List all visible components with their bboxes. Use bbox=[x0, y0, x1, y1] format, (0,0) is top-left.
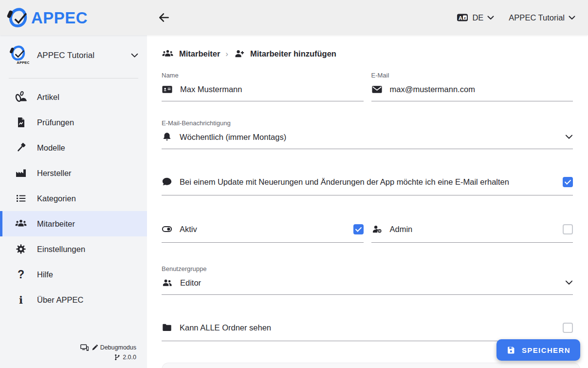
name-field[interactable]: Name Max Mustermann bbox=[162, 72, 364, 101]
update-optin-row[interactable]: Bei einem Update mit Neuerungen und Ände… bbox=[162, 175, 573, 195]
email-field[interactable]: E-Mail max@mustermann.com bbox=[371, 72, 573, 101]
email-label: E-Mail bbox=[371, 72, 573, 79]
user-group-select[interactable]: Benutzergruppe Editor bbox=[162, 265, 573, 295]
sidebar-item-hersteller[interactable]: Hersteller bbox=[0, 160, 147, 186]
email-value[interactable]: max@mustermann.com bbox=[390, 85, 475, 94]
brand-name: APPEC bbox=[31, 10, 88, 26]
notification-select[interactable]: E-Mail-Benachrichtigung Wöchentlich (imm… bbox=[162, 119, 573, 149]
sidebar-item-artikel[interactable]: Artikel bbox=[0, 84, 147, 110]
sidebar-item-label: Mitarbeiter bbox=[37, 219, 75, 229]
save-floppy-icon bbox=[506, 346, 515, 355]
breadcrumb-separator: › bbox=[225, 49, 228, 59]
topbar-actions: A z DE APPEC Tutorial bbox=[457, 12, 588, 23]
admin-row[interactable]: Admin bbox=[371, 223, 573, 243]
devices-icon bbox=[80, 344, 89, 351]
save-button[interactable]: SPEICHERN bbox=[496, 339, 580, 361]
all-folders-checkbox[interactable] bbox=[563, 323, 573, 333]
account-menu[interactable]: APPEC Tutorial bbox=[509, 13, 575, 22]
name-label: Name bbox=[162, 72, 364, 79]
factory-icon bbox=[15, 167, 27, 179]
chevron-down-icon bbox=[487, 16, 494, 20]
app-logo: APPEC bbox=[0, 6, 147, 29]
chevron-down-icon bbox=[569, 16, 575, 20]
inspection-file-icon bbox=[15, 116, 27, 128]
admin-label: Admin bbox=[390, 225, 413, 234]
sidebar-item-label: Modelle bbox=[37, 143, 65, 153]
hammer-icon bbox=[15, 142, 27, 154]
user-group-value: Editor bbox=[180, 278, 201, 288]
user-group-label: Benutzergruppe bbox=[162, 265, 573, 272]
sidebar-item-kategorien[interactable]: Kategorien bbox=[0, 186, 147, 211]
workspace-name: APPEC Tutorial bbox=[37, 51, 123, 60]
sidebar-item-label: Hilfe bbox=[37, 270, 53, 279]
chevron-down-icon[interactable] bbox=[565, 280, 573, 285]
admin-checkbox[interactable] bbox=[563, 224, 573, 234]
sidebar-item-modelle[interactable]: Modelle bbox=[0, 135, 147, 160]
aktiv-label: Aktiv bbox=[180, 225, 197, 234]
app-version: 2.0.0 bbox=[123, 353, 136, 362]
svg-text:A: A bbox=[459, 15, 462, 21]
chat-bubble-icon bbox=[162, 176, 172, 187]
sidebar-item-label: Kategorien bbox=[37, 194, 76, 203]
top-bar: APPEC A z DE APPEC Tutorial bbox=[0, 0, 588, 35]
question-mark-icon: ? bbox=[15, 269, 27, 280]
id-card-icon bbox=[162, 84, 173, 95]
back-button[interactable] bbox=[155, 8, 173, 27]
account-label: APPEC Tutorial bbox=[509, 13, 565, 22]
person-plus-icon bbox=[234, 48, 245, 59]
sidebar-item-hilfe[interactable]: ? Hilfe bbox=[0, 262, 147, 287]
info-icon: i bbox=[15, 295, 27, 305]
sidebar-item-mitarbeiter[interactable]: Mitarbeiter bbox=[0, 211, 147, 236]
aktiv-admin-row: Aktiv Admin bbox=[162, 223, 573, 243]
sidebar-divider bbox=[9, 78, 138, 78]
sidebar-item-einstellungen[interactable]: Einstellungen bbox=[0, 236, 147, 262]
climbing-equipment-icon bbox=[15, 91, 27, 104]
pencil-icon bbox=[92, 345, 98, 351]
translate-icon: A z bbox=[457, 12, 468, 23]
svg-text:APPEC: APPEC bbox=[17, 60, 29, 65]
bell-icon bbox=[162, 132, 172, 142]
sidebar-footer: Debugmodus 2.0.0 bbox=[80, 343, 136, 362]
appec-logo-icon bbox=[7, 6, 29, 29]
people-icon bbox=[15, 217, 27, 230]
svg-text:z: z bbox=[464, 16, 466, 20]
language-label: DE bbox=[472, 13, 483, 22]
sidebar-item-ueber-appec[interactable]: i Über APPEC bbox=[0, 287, 147, 312]
workspace-switcher[interactable]: APPEC APPEC Tutorial bbox=[0, 35, 147, 66]
update-optin-checkbox[interactable] bbox=[563, 177, 573, 187]
breadcrumb-current: Mitarbeiter hinzufügen bbox=[250, 49, 336, 58]
list-icon bbox=[15, 193, 27, 204]
main-content: Mitarbeiter › Mitarbeiter hinzufügen Nam… bbox=[147, 35, 588, 368]
sidebar: APPEC APPEC Tutorial Artikel bbox=[0, 35, 147, 368]
sidebar-item-label: Über APPEC bbox=[37, 295, 83, 305]
sidebar-item-label: Hersteller bbox=[37, 169, 72, 178]
debug-mode-label: Debugmodus bbox=[100, 343, 136, 352]
gear-icon bbox=[15, 243, 27, 255]
notification-label: E-Mail-Benachrichtigung bbox=[162, 119, 573, 127]
group-icon bbox=[162, 277, 173, 289]
update-optin-label: Bei einem Update mit Neuerungen und Ände… bbox=[180, 177, 509, 187]
people-icon bbox=[162, 48, 174, 60]
aktiv-toggle-row[interactable]: Aktiv bbox=[162, 223, 364, 243]
language-selector[interactable]: A z DE bbox=[457, 12, 494, 23]
chevron-down-icon bbox=[131, 53, 138, 58]
toggle-on-icon bbox=[162, 224, 172, 234]
chevron-down-icon[interactable] bbox=[565, 135, 573, 139]
aktiv-checkbox[interactable] bbox=[353, 224, 364, 234]
sidebar-item-label: Artikel bbox=[37, 93, 59, 102]
breadcrumb-parent[interactable]: Mitarbeiter bbox=[179, 49, 220, 58]
name-email-row: Name Max Mustermann E-Mail bbox=[162, 72, 573, 101]
sidebar-item-label: Einstellungen bbox=[37, 245, 85, 254]
git-branch-icon bbox=[114, 354, 120, 361]
all-folders-label: Kann ALLE Ordner sehen bbox=[180, 323, 271, 332]
sidebar-item-label: Prüfungen bbox=[37, 118, 74, 127]
appec-small-logo-icon: APPEC bbox=[8, 45, 29, 66]
sidebar-item-pruefungen[interactable]: Prüfungen bbox=[0, 110, 147, 135]
name-value[interactable]: Max Mustermann bbox=[180, 85, 242, 94]
breadcrumb: Mitarbeiter › Mitarbeiter hinzufügen bbox=[162, 48, 573, 60]
next-section-card bbox=[162, 363, 580, 368]
save-button-label: SPEICHERN bbox=[522, 346, 570, 354]
all-folders-row[interactable]: Kann ALLE Ordner sehen bbox=[162, 321, 573, 341]
person-gear-icon bbox=[371, 224, 383, 235]
envelope-icon bbox=[371, 84, 383, 95]
